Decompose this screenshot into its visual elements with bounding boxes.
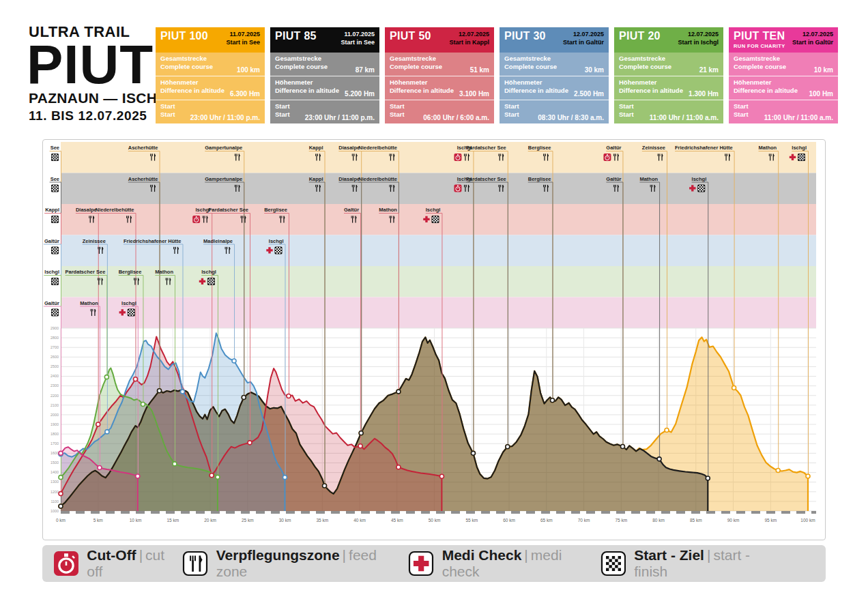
row-value: 3.100 Hm — [459, 90, 489, 98]
race-card-piut20: PIUT 2012.07.2025Start in IschglGesamtst… — [614, 27, 723, 123]
svg-text:2400: 2400 — [50, 374, 59, 378]
race-name: PIUT 30 — [504, 31, 546, 42]
race-card-row-altitude: HöhenmeterDifference in altitude2.500 Hm — [500, 76, 609, 100]
race-card-row-altitude: HöhenmeterDifference in altitude3.100 Hm — [385, 76, 494, 100]
race-card-row-distance: GesamtstreckeComplete course51 km — [385, 53, 494, 76]
race-card-header: PIUT 3012.07.2025Start in Galtür — [500, 27, 609, 53]
row-label-de: Start — [619, 102, 719, 111]
station-label: Niederelbehütte — [358, 145, 397, 151]
row-value: 21 km — [699, 66, 719, 74]
station-label: Ischgl — [426, 207, 441, 213]
race-card-body: GesamtstreckeComplete course51 kmHöhenme… — [385, 53, 494, 123]
svg-text:2600: 2600 — [50, 355, 59, 359]
x-axis-tick: 90 km — [727, 518, 740, 523]
legend-label-de: Medi Check — [442, 547, 522, 563]
marker-piut85 — [59, 504, 63, 508]
race-date: 12.07.2025 — [563, 31, 604, 39]
legend-item-startfinish: Start - Ziel|start - finish — [601, 547, 785, 580]
row-value: 5.200 Hm — [345, 90, 375, 98]
race-card-row-start_time: StartStart11:00 Uhr / 11:00 a.m. — [614, 100, 723, 123]
marker-piut50 — [209, 473, 214, 478]
race-date: 12.07.2025 — [792, 31, 833, 39]
marker-piut85 — [471, 451, 475, 455]
race-card-row-distance: GesamtstreckeComplete course30 km — [500, 53, 609, 76]
svg-text:2500: 2500 — [50, 364, 59, 368]
station-label: Ischgl — [269, 238, 284, 244]
station-label: Mathon — [155, 269, 173, 275]
marker-piut20 — [104, 375, 108, 379]
row-label-de: Höhenmeter — [390, 78, 489, 87]
elevation-chart-panel: 1000110012001300140015001600170018001900… — [42, 139, 826, 540]
medi-icon — [408, 551, 433, 576]
station-label: Niederelbehütte — [358, 176, 397, 182]
x-axis-tick: 15 km — [167, 518, 179, 523]
legend-label-de: Verpflegungszone — [216, 547, 340, 563]
legend-separator: | — [136, 547, 145, 563]
race-card-body: GesamtstreckeComplete course100 kmHöhenm… — [156, 53, 265, 123]
station-label: Mathon — [379, 207, 397, 213]
race-card-piutten: PIUT TENRUN FOR CHARITY12.07.2025Start i… — [729, 27, 838, 123]
svg-text:2700: 2700 — [50, 345, 59, 349]
svg-text:1300: 1300 — [50, 480, 59, 484]
x-axis-tick: 10 km — [130, 518, 142, 523]
poster: { "logo": { "line1": "ULTRA TRAIL", "lin… — [0, 0, 868, 614]
row-label-de: Start — [275, 102, 375, 111]
startfinish-icon — [601, 551, 626, 576]
x-axis-tick: 35 km — [316, 518, 328, 523]
x-axis-tick: 60 km — [503, 518, 515, 523]
marker-piut50 — [287, 394, 291, 398]
elevation-chart: 1000110012001300140015001600170018001900… — [43, 140, 825, 540]
x-axis-tick: 85 km — [690, 518, 702, 523]
x-axis-tick: 75 km — [615, 518, 627, 523]
station-label: Galtür — [606, 145, 621, 151]
marker-piut100 — [776, 468, 780, 472]
station-label: Berglisee — [264, 207, 287, 213]
marker-piut85 — [396, 390, 401, 394]
marker-piut85 — [242, 396, 246, 400]
race-card-header: PIUT 5012.07.2025Start in Kappl — [385, 27, 494, 53]
logo-line-piut: PIUT — [27, 41, 177, 89]
race-start-location: Start in See — [341, 39, 375, 47]
svg-text:1200: 1200 — [50, 490, 59, 494]
race-date: 12.07.2025 — [678, 31, 719, 39]
x-axis-tick: 70 km — [578, 518, 590, 523]
race-card-row-altitude: HöhenmeterDifference in altitude1.300 Hm — [614, 76, 723, 100]
legend-item-medi: Medi Check|medi check — [408, 547, 601, 580]
station-label: Pardatscher See — [466, 176, 506, 182]
row-value: 30 km — [585, 66, 604, 74]
marker-piut85 — [158, 389, 162, 393]
svg-text:2900: 2900 — [50, 326, 59, 330]
marker-piut30 — [180, 390, 184, 394]
row-label-de: Gesamtstrecke — [390, 55, 489, 63]
row-value: 6.300 Hm — [230, 90, 260, 98]
marker-piut85 — [506, 445, 510, 449]
start-label: Galtür — [44, 238, 59, 244]
row-value: 06:00 Uhr / 6:00 a.m. — [423, 114, 489, 121]
svg-text:1400: 1400 — [50, 470, 59, 474]
row-value: 2.500 Hm — [574, 90, 604, 98]
station-label: Mathon — [639, 176, 658, 182]
row-label-de: Start — [504, 102, 604, 111]
marker-piut50 — [396, 465, 401, 469]
marker-piut100 — [665, 428, 669, 433]
station-label: Niederelbehütte — [96, 207, 134, 213]
station-label: Galtür — [606, 176, 621, 182]
feed-icon — [182, 551, 207, 576]
race-date-start: 12.07.2025Start in Galtür — [792, 31, 833, 46]
station-label: Kappl — [309, 176, 323, 182]
x-axis-tick: 45 km — [391, 518, 403, 523]
svg-text:2200: 2200 — [50, 394, 59, 398]
station-label: Friedrichshafener Hütte — [124, 238, 182, 244]
race-start-location: Start in Kappl — [449, 39, 489, 47]
race-card-row-altitude: HöhenmeterDifference in altitude100 Hm — [729, 76, 838, 100]
station-label: Diasalpe — [76, 207, 97, 213]
row-value: 100 km — [237, 66, 260, 74]
marker-piut20 — [59, 476, 63, 480]
station-label: Ischgl — [792, 145, 807, 151]
race-date-start: 11.07.2025Start in See — [341, 31, 375, 46]
race-date: 12.07.2025 — [449, 31, 489, 39]
marker-piut20 — [141, 402, 145, 406]
marker-piut100 — [732, 385, 736, 390]
marker-piutten — [98, 466, 102, 470]
station-label: Berglisee — [119, 269, 142, 275]
